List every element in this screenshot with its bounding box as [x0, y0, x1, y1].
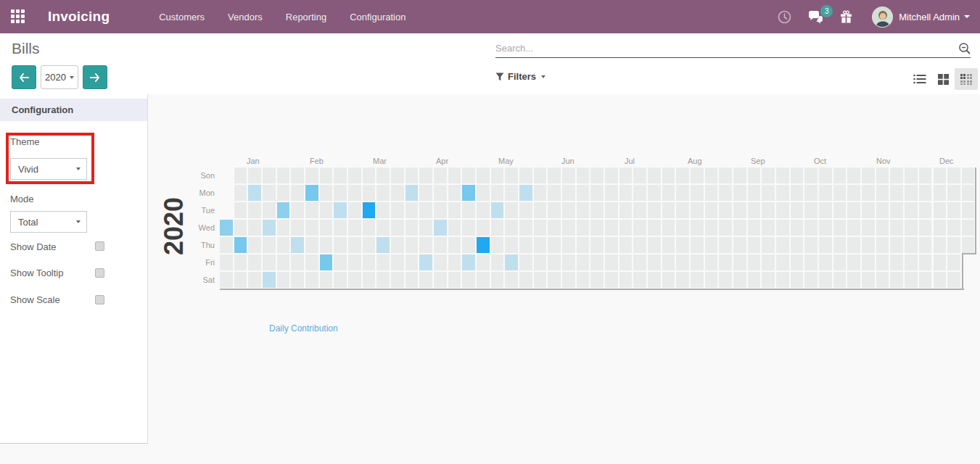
heatmap-cell [334, 167, 347, 183]
heatmap-cell [804, 220, 818, 236]
apps-menu-icon[interactable] [11, 9, 25, 24]
heatmap-cell [919, 272, 932, 288]
heatmap-cell-2020-01-28[interactable] [277, 202, 290, 218]
heatmap-cell [220, 237, 233, 253]
heatmap-cell [905, 237, 918, 253]
heatmap-cell [676, 220, 689, 236]
heatmap-cell [376, 254, 390, 270]
heatmap-cell [376, 167, 390, 183]
heatmap-cell [819, 220, 832, 236]
heatmap-cell [419, 237, 432, 253]
heatmap-cell-2020-04-15[interactable] [434, 220, 447, 236]
heatmap-cell [934, 202, 947, 218]
heatmap-cell-2020-04-10[interactable] [419, 254, 432, 270]
list-view-button[interactable] [908, 68, 931, 90]
theme-select[interactable]: Vivid [10, 158, 87, 180]
heatmap-cell-2020-05-25[interactable] [519, 185, 532, 201]
avatar[interactable] [872, 7, 893, 28]
heatmap-cell [391, 220, 404, 236]
user-menu[interactable]: Mitchell Admin [899, 12, 960, 22]
show-scale-checkbox[interactable] [95, 295, 104, 304]
heatmap-cell [519, 202, 532, 218]
heatmap-cell [890, 237, 903, 253]
heatmap-cell [719, 272, 732, 288]
heatmap-cell [248, 202, 261, 218]
heatmap-cell-2020-04-27[interactable] [462, 185, 475, 201]
heatmap-cell-2020-01-09[interactable] [234, 237, 247, 253]
month-label-feb: Feb [310, 157, 324, 165]
heatmap-cell-2020-03-30[interactable] [405, 185, 419, 201]
heatmap-cell [676, 237, 689, 253]
heatmap-cell [919, 237, 932, 253]
heatmap-cell-2020-02-06[interactable] [291, 237, 304, 253]
heatmap-cell [277, 220, 290, 236]
heatmap-cell [705, 167, 718, 183]
heatmap-cell [305, 237, 318, 253]
app-name[interactable]: Invoicing [48, 9, 110, 25]
heatmap-cell [876, 202, 889, 218]
heatmap-cell [919, 220, 932, 236]
heatmap-cell-2020-03-19[interactable] [376, 237, 390, 253]
heatmap-cell [890, 272, 903, 288]
heatmap-cell-2020-03-10[interactable] [363, 202, 376, 218]
heatmap-cell-2020-01-22[interactable] [263, 220, 276, 236]
heatmap-cell [577, 202, 590, 218]
heatmap-cell [890, 167, 903, 183]
heatmap-cell-2020-02-10[interactable] [305, 185, 318, 201]
previous-year-button[interactable] [12, 65, 36, 89]
user-menu-caret-icon[interactable] [964, 15, 970, 18]
gift-icon[interactable] [839, 10, 853, 24]
filters-dropdown[interactable]: Filters [495, 71, 545, 82]
mode-caret-icon [76, 220, 81, 223]
heatmap-cell-2020-05-12[interactable] [491, 202, 504, 218]
heatmap-cell [876, 167, 889, 183]
heatmap-cell [762, 272, 775, 288]
heatmap-cell-2020-02-25[interactable] [334, 202, 347, 218]
messages-icon[interactable]: 3 [807, 10, 823, 24]
activity-clock-icon[interactable] [778, 10, 791, 24]
heatmap-cell [505, 202, 518, 218]
heatmap-cell-2020-05-01[interactable] [462, 254, 475, 270]
next-year-button[interactable] [83, 65, 107, 89]
year-value: 2020 [45, 72, 66, 83]
nav-customers[interactable]: Customers [150, 6, 213, 28]
heatmap-cell [633, 220, 646, 236]
heatmap-cell-2020-01-13[interactable] [248, 185, 261, 201]
heatmap-step-border [962, 253, 976, 254]
year-selector[interactable]: 2020 [41, 65, 78, 89]
heatmap-cell-2020-02-21[interactable] [320, 254, 333, 270]
show-date-checkbox[interactable] [95, 241, 104, 251]
show-tooltip-checkbox[interactable] [95, 268, 104, 278]
show-date-label: Show Date [10, 241, 57, 252]
kanban-view-button[interactable] [931, 68, 955, 90]
nav-reporting[interactable]: Reporting [277, 6, 335, 28]
heatmap-cell [862, 254, 875, 270]
heatmap-cell [804, 167, 818, 183]
theme-caret-icon [76, 167, 81, 170]
month-label-jan: Jan [247, 157, 260, 165]
heatmap-cell [491, 254, 504, 270]
heatmap-cell [648, 272, 661, 288]
nav-configuration[interactable]: Configuration [341, 6, 414, 28]
mode-select[interactable]: Total [10, 211, 87, 233]
heatmap-cell [590, 220, 604, 236]
filters-label: Filters [508, 71, 536, 82]
messages-badge: 3 [820, 5, 833, 17]
heatmap-cell-2020-05-22[interactable] [505, 254, 518, 270]
search-icon[interactable] [958, 42, 971, 54]
heatmap-view-button[interactable] [955, 68, 978, 90]
heatmap-cell [405, 254, 419, 270]
search-input[interactable] [495, 43, 958, 54]
heatmap-cell [833, 185, 847, 201]
heatmap-cell [676, 272, 689, 288]
heatmap-cell [962, 185, 975, 201]
heatmap-cell-2020-01-25[interactable] [263, 272, 276, 288]
heatmap-cell [847, 167, 860, 183]
heatmap-cell [562, 167, 575, 183]
heatmap-cell-2020-01-01[interactable] [220, 220, 233, 236]
heatmap-cell [919, 254, 932, 270]
heatmap-cell-2020-05-07[interactable] [477, 237, 490, 253]
heatmap-cell [691, 237, 704, 253]
heatmap-cell [862, 202, 875, 218]
nav-vendors[interactable]: Vendors [219, 6, 271, 28]
